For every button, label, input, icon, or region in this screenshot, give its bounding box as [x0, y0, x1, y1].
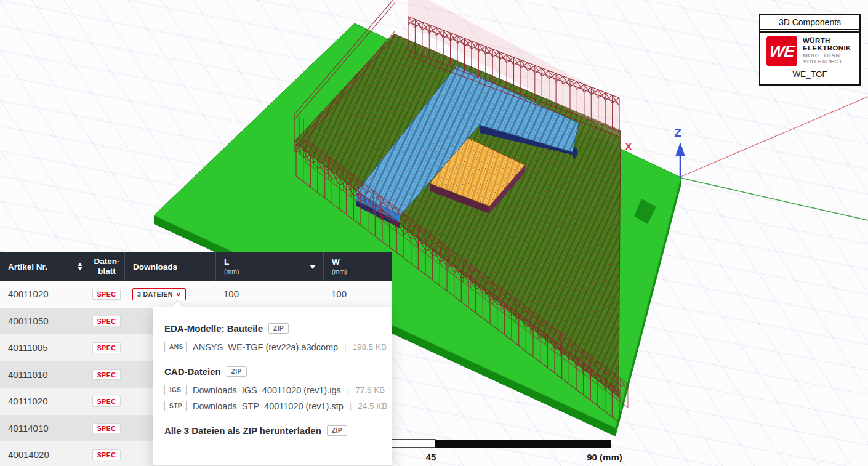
header-w[interactable]: W (mm)	[323, 252, 392, 281]
component-name: WE_TGF	[760, 68, 859, 79]
header-artikel[interactable]: Artikel Nr.	[0, 252, 89, 281]
brand-text: WÜRTH ELEKTRONIK MORE THAN YOU EXPECT	[803, 38, 851, 65]
header-artikel-label: Artikel Nr.	[8, 262, 47, 271]
header-datenblatt-line2: blatt	[98, 267, 116, 276]
spec-badge[interactable]: SPEC	[92, 316, 121, 327]
file-type-badge: IGS	[164, 385, 187, 395]
app-window: Z X 45 90 (mm) 3D Components WE WÜRTH EL…	[0, 0, 868, 466]
chevron-down-icon: ∨	[176, 292, 181, 297]
chevron-down-icon[interactable]	[310, 265, 316, 269]
we-logo: WE	[766, 36, 797, 66]
separator: |	[347, 385, 349, 395]
download-all-label: Alle 3 Dateien als ZIP herunterladen	[164, 425, 321, 436]
scale-end-label: 90 (mm)	[587, 452, 622, 462]
header-l[interactable]: L (mm)	[215, 252, 323, 281]
header-l-label: L	[224, 257, 229, 267]
table-row[interactable]: 40011020 SPEC 3 DATEIEN ∨ 100 100	[0, 281, 392, 308]
downloads-dropdown-button[interactable]: 3 DATEIEN ∨	[132, 288, 186, 300]
header-l-unit: (mm)	[224, 268, 239, 275]
file-name: Downloads_IGS_40011020 (rev1).igs	[193, 385, 341, 395]
artikel-cell[interactable]: 40114010	[0, 415, 89, 442]
file-download-row[interactable]: STP Downloads_STP_40011020 (rev1).stp | …	[164, 401, 383, 411]
eda-zip-download-badge[interactable]: ZIP	[268, 323, 289, 334]
table-header: Artikel Nr. Daten- blatt Downloads L (mm…	[0, 252, 392, 281]
z-axis-label: Z	[674, 126, 681, 139]
artikel-cell[interactable]: 40111005	[0, 334, 89, 361]
artikel-cell[interactable]: 40111020	[0, 388, 89, 415]
header-w-label: W	[332, 257, 340, 267]
tagline-line2: YOU EXPECT	[803, 58, 851, 65]
artikel-cell[interactable]: 40014020	[0, 441, 89, 466]
file-size: 77.6 KB	[355, 385, 385, 395]
badge-title: 3D Components	[760, 15, 859, 30]
artikel-cell[interactable]: 40111010	[0, 361, 89, 388]
file-download-row[interactable]: ANS ANSYS_WE-TGF (rev22a).a3dcomp | 198.…	[164, 342, 383, 352]
artikel-cell[interactable]: 40011050	[0, 308, 89, 335]
separator: |	[350, 401, 352, 411]
cad-zip-download-badge[interactable]: ZIP	[227, 366, 247, 377]
file-type-badge: ANS	[164, 342, 187, 352]
header-w-unit: (mm)	[332, 268, 347, 275]
separator: |	[344, 342, 346, 352]
file-name: Downloads_STP_40011020 (rev1).stp	[193, 401, 344, 411]
downloads-popup: EDA-Modelle: Bauteile ZIP ANS ANSYS_WE-T…	[153, 307, 392, 466]
file-name: ANSYS_WE-TGF (rev22a).a3dcomp	[193, 342, 338, 352]
header-downloads: Downloads	[124, 252, 215, 281]
w-value-cell: 100	[323, 281, 392, 308]
we-logo-text: WE	[768, 42, 795, 61]
cad-section-heading: CAD-Dateien	[164, 366, 221, 377]
spec-badge[interactable]: SPEC	[92, 449, 121, 460]
spec-badge[interactable]: SPEC	[92, 369, 121, 380]
component-badge: 3D Components WE WÜRTH ELEKTRONIK MORE T…	[759, 14, 861, 86]
l-value-cell: 100	[215, 281, 323, 308]
header-datenblatt: Daten- blatt	[89, 252, 124, 281]
file-type-badge: STP	[164, 401, 187, 411]
scale-mid-label: 45	[426, 452, 436, 462]
all-zip-download-badge[interactable]: ZIP	[327, 425, 347, 436]
x-axis-label: X	[625, 141, 632, 151]
spec-badge[interactable]: SPEC	[92, 342, 121, 353]
download-all-row[interactable]: Alle 3 Dateien als ZIP herunterladen ZIP	[164, 425, 383, 436]
spec-badge[interactable]: SPEC	[92, 423, 121, 434]
downloads-button-label: 3 DATEIEN	[137, 291, 173, 298]
header-downloads-label: Downloads	[133, 262, 177, 271]
spec-badge[interactable]: SPEC	[92, 396, 121, 407]
spec-badge[interactable]: SPEC	[92, 289, 121, 300]
sort-icon[interactable]	[78, 263, 82, 270]
artikel-cell[interactable]: 40011020	[0, 281, 89, 308]
header-datenblatt-line1: Daten-	[94, 257, 119, 266]
file-size: 198.5 KB	[353, 342, 387, 352]
eda-section-heading: EDA-Modelle: Bauteile	[164, 323, 263, 334]
file-download-row[interactable]: IGS Downloads_IGS_40011020 (rev1).igs | …	[164, 385, 383, 395]
file-size: 24.5 KB	[358, 401, 387, 411]
